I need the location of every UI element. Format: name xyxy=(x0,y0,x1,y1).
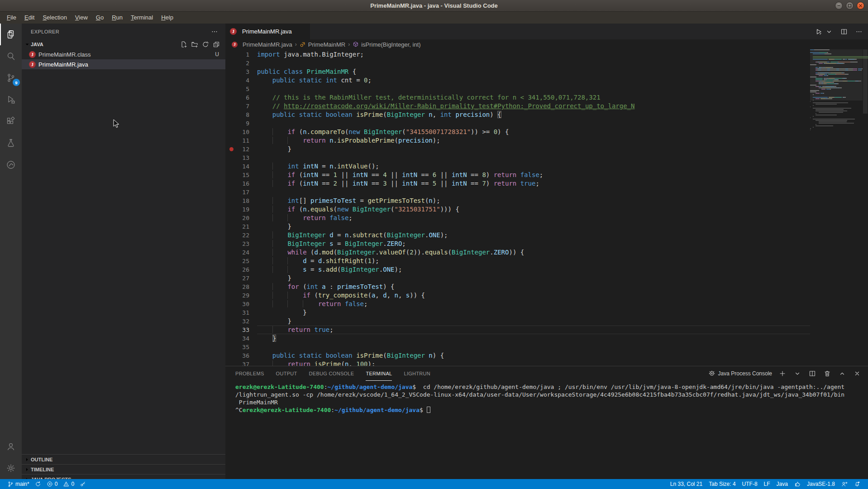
code-line-26[interactable]: 26 s = s.add(BigInteger.ONE); xyxy=(225,265,810,274)
code-editor[interactable]: 1import java.math.BigInteger;23public cl… xyxy=(225,49,868,366)
activity-lightrun[interactable] xyxy=(0,154,22,176)
code-line-2[interactable]: 2 xyxy=(225,59,810,67)
gutter-glyph-margin[interactable] xyxy=(225,326,237,334)
status-cursor-position[interactable]: Ln 33, Col 21 xyxy=(667,481,706,487)
gutter-glyph-margin[interactable] xyxy=(225,308,237,317)
code-line-5[interactable]: 5 xyxy=(225,85,810,93)
menu-go[interactable]: Go xyxy=(92,12,108,24)
code-line-33[interactable]: 33 return true; xyxy=(225,326,810,334)
gutter-glyph-margin[interactable] xyxy=(225,257,237,265)
code-line-4[interactable]: 4 public static int cnt = 0; xyxy=(225,76,810,85)
status-errors-count[interactable]: 0 xyxy=(44,481,61,487)
status-feedback[interactable] xyxy=(838,481,851,487)
menu-edit[interactable]: Edit xyxy=(20,12,38,24)
folder-section-header[interactable]: JAVA xyxy=(22,39,225,49)
status-sync-status[interactable] xyxy=(32,481,44,487)
menu-terminal[interactable]: Terminal xyxy=(127,12,157,24)
gutter-glyph-margin[interactable] xyxy=(225,188,237,197)
panel-tab-debug-console[interactable]: DEBUG CONSOLE xyxy=(309,367,354,381)
panel-tab-output[interactable]: OUTPUT xyxy=(276,367,297,381)
file-primemainmr.class[interactable]: JPrimeMainMR.classU xyxy=(22,49,225,59)
code-line-34[interactable]: 34 } xyxy=(225,334,810,343)
gutter-glyph-margin[interactable] xyxy=(225,205,237,214)
breadcrumb-method[interactable]: isPrime(BigInteger, int) xyxy=(353,41,421,48)
more-icon[interactable] xyxy=(854,27,863,36)
code-line-18[interactable]: 18 int[] primesToTest = getPrimesToTest(… xyxy=(225,197,810,205)
gutter-glyph-margin[interactable] xyxy=(225,248,237,257)
code-line-19[interactable]: 19 if (n.equals(new BigInteger("32150317… xyxy=(225,205,810,214)
gutter-glyph-margin[interactable] xyxy=(225,291,237,300)
panel-plus-icon[interactable] xyxy=(778,369,787,378)
gutter-glyph-margin[interactable] xyxy=(225,231,237,240)
code-line-21[interactable]: 21 } xyxy=(225,222,810,231)
more-actions-icon[interactable] xyxy=(210,27,219,36)
status-git-branch-status[interactable]: main* xyxy=(5,481,32,488)
status-notifications[interactable] xyxy=(851,481,863,487)
file-primemainmr.java[interactable]: JPrimeMainMR.java xyxy=(22,59,225,69)
gutter-glyph-margin[interactable] xyxy=(225,50,237,59)
minimize-icon[interactable] xyxy=(835,2,843,10)
panel-tab-lightrun[interactable]: LIGHTRUN xyxy=(404,367,430,381)
code-line-16[interactable]: 16 if (intN == 2 || intN == 3 || intN ==… xyxy=(225,179,810,188)
gutter-glyph-margin[interactable] xyxy=(225,76,237,85)
code-line-31[interactable]: 31 } xyxy=(225,308,810,317)
code-line-6[interactable]: 6 // this is the RabinMiller test, deter… xyxy=(225,93,810,102)
status-language-mode[interactable]: Java xyxy=(773,481,791,487)
panel-close-icon[interactable] xyxy=(853,369,862,378)
code-line-1[interactable]: 1import java.math.BigInteger; xyxy=(225,50,810,59)
refresh-icon[interactable] xyxy=(201,40,210,49)
activity-testing[interactable] xyxy=(0,132,22,154)
gutter-glyph-margin[interactable] xyxy=(225,274,237,283)
code-line-15[interactable]: 15 if (intN == 1 || intN == 4 || intN ==… xyxy=(225,171,810,179)
gutter-glyph-margin[interactable] xyxy=(225,59,237,67)
breadcrumb-file[interactable]: JPrimeMainMR.java xyxy=(232,41,292,48)
gutter-glyph-margin[interactable] xyxy=(225,128,237,136)
code-line-12[interactable]: 12 } xyxy=(225,145,810,153)
split-editor-icon[interactable] xyxy=(839,27,849,36)
gutter-glyph-margin[interactable] xyxy=(225,351,237,360)
code-line-27[interactable]: 27 } xyxy=(225,274,810,283)
gutter-glyph-margin[interactable] xyxy=(225,214,237,222)
gutter-glyph-margin[interactable] xyxy=(225,222,237,231)
breakpoint-dot[interactable] xyxy=(229,147,234,151)
run-icon[interactable] xyxy=(814,27,823,36)
code-line-23[interactable]: 23 BigInteger s = BigInteger.ZERO; xyxy=(225,240,810,248)
gutter-glyph-margin[interactable] xyxy=(225,136,237,145)
status-launch-status[interactable] xyxy=(77,481,89,487)
new-folder-icon[interactable] xyxy=(190,40,199,49)
menu-selection[interactable]: Selection xyxy=(38,12,71,24)
gutter-glyph-margin[interactable] xyxy=(225,119,237,128)
code-line-13[interactable]: 13 xyxy=(225,153,810,162)
gutter-glyph-margin[interactable] xyxy=(225,265,237,274)
section-java-projects[interactable]: JAVA PROJECTS xyxy=(22,474,225,479)
gutter-glyph-margin[interactable] xyxy=(225,171,237,179)
gutter-glyph-margin[interactable] xyxy=(225,162,237,171)
gutter-glyph-margin[interactable] xyxy=(225,179,237,188)
code-line-36[interactable]: 36 public static boolean isPrime(BigInte… xyxy=(225,351,810,360)
editor-scrollbar[interactable] xyxy=(863,49,868,366)
status-indentation[interactable]: Tab Size: 4 xyxy=(706,481,739,487)
gutter-glyph-margin[interactable] xyxy=(225,102,237,110)
status-java-status[interactable] xyxy=(791,481,804,487)
code-line-10[interactable]: 10 if (n.compareTo(new BigInteger("34155… xyxy=(225,128,810,136)
panel-tab-problems[interactable]: PROBLEMS xyxy=(235,367,264,381)
code-line-25[interactable]: 25 d = d.shiftRight(1); xyxy=(225,257,810,265)
code-line-7[interactable]: 7 // http://rosettacode.org/wiki/Miller-… xyxy=(225,102,810,110)
code-line-28[interactable]: 28 for (int a : primesToTest) { xyxy=(225,283,810,291)
code-line-32[interactable]: 32 } xyxy=(225,317,810,326)
code-line-24[interactable]: 24 while (d.mod(BigInteger.valueOf(2)).e… xyxy=(225,248,810,257)
code-line-35[interactable]: 35 xyxy=(225,343,810,351)
menu-file[interactable]: File xyxy=(3,12,20,24)
breadcrumb-class[interactable]: PrimeMainMR xyxy=(300,41,345,48)
gutter-glyph-margin[interactable] xyxy=(225,67,237,76)
activity-settings[interactable] xyxy=(0,457,22,479)
minimap[interactable] xyxy=(810,49,863,366)
code-line-11[interactable]: 11 return n.isProbablePrime(precision); xyxy=(225,136,810,145)
code-line-8[interactable]: 8 public static boolean isPrime(BigInteg… xyxy=(225,110,810,119)
menu-help[interactable]: Help xyxy=(157,12,177,24)
run-dropdown-icon[interactable] xyxy=(825,27,834,36)
activity-source-control[interactable]: 9 xyxy=(0,67,22,89)
gutter-glyph-margin[interactable] xyxy=(225,110,237,119)
activity-run-debug[interactable] xyxy=(0,89,22,110)
collapse-all-icon[interactable] xyxy=(212,40,221,49)
